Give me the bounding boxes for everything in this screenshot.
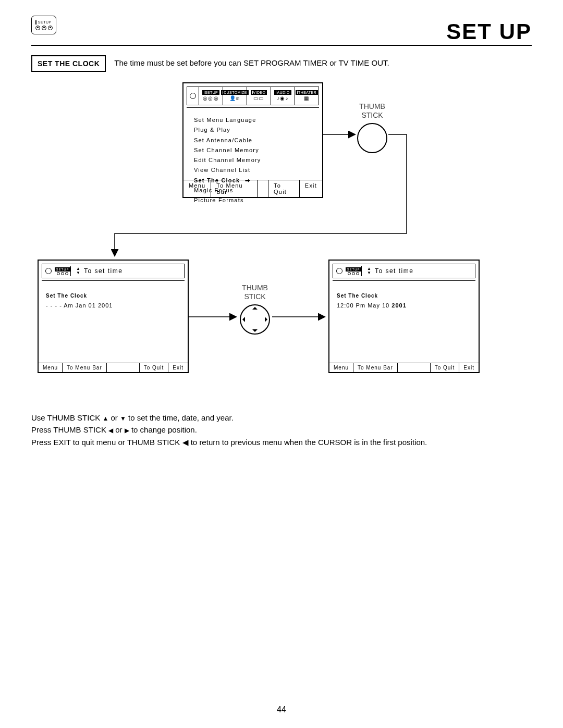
diagram-stage: SETUP ◎◎◎ CUSTOMIZE 👤⎚ VIDEO ▭▭ AUDIO ♪◉…: [31, 82, 532, 405]
clock-left-header: SETUP ▲▼ To set time: [42, 264, 185, 278]
clock-left-body: Set The Clock - - - - Am Jan 01 2001: [39, 281, 188, 311]
thumb-stick-dial-4way-icon: [240, 304, 270, 335]
menu-disk-icon: [187, 87, 199, 105]
osd-menu-bar: SETUP ◎◎◎ CUSTOMIZE 👤⎚ VIDEO ▭▭ AUDIO ♪◉…: [187, 87, 319, 105]
triangle-down-icon: ▼: [120, 415, 126, 422]
thumb-stick-dial-icon: [357, 123, 387, 153]
osd-item: Edit Channel Memory: [194, 155, 317, 165]
disk-icon: [45, 268, 52, 274]
triangle-up-icon: ▲: [102, 415, 108, 422]
osd-item: Set Menu Language: [194, 115, 317, 125]
clock-right-footer: Menu To Menu Bar To Quit Exit: [329, 363, 479, 372]
menu-tab-video: VIDEO ▭▭: [247, 87, 271, 105]
foot-menubar: To Menu Bar: [211, 180, 258, 197]
foot-quit: To Quit: [268, 180, 300, 197]
osd-item: Set Antenna/Cable: [194, 135, 317, 145]
page-number: 44: [0, 705, 563, 714]
menu-tab-theater: THEATER ▦: [295, 87, 319, 105]
thumb-stick-2: THUMB STICK: [240, 283, 270, 335]
setup-chip-small: SETUP: [346, 266, 362, 276]
clock-right-hdr-text: To set time: [375, 267, 414, 275]
intro-row: SET THE CLOCK The time must be set befor…: [31, 55, 532, 72]
clock-right-body: Set The Clock 12:00 Pm May 10 2001: [329, 281, 479, 311]
clock-right-header: SETUP ▲▼ To set time: [333, 264, 475, 278]
setup-chip-small: SETUP: [55, 266, 71, 276]
triangle-left-icon: ◀: [108, 427, 113, 434]
intro-text: The time must be set before you can SET …: [114, 55, 389, 67]
clock-right-value: 12:00 Pm May 10 2001: [337, 301, 479, 311]
thumb-stick-1: THUMB STICK: [357, 102, 387, 153]
disk-icon: [336, 268, 342, 274]
updown-arrows-icon: ▲▼: [367, 267, 372, 275]
clock-left-hdr-text: To set time: [84, 267, 123, 275]
setup-chip-label: SETUP: [38, 20, 52, 24]
main-osd: SETUP ◎◎◎ CUSTOMIZE 👤⎚ VIDEO ▭▭ AUDIO ♪◉…: [182, 82, 323, 198]
thumb-stick-label: THUMB STICK: [357, 102, 387, 120]
clock-left-value: - - - - Am Jan 01 2001: [46, 301, 188, 311]
clock-osd-left: SETUP ▲▼ To set time Set The Clock - - -…: [38, 260, 189, 373]
triangle-right-icon: ▶: [125, 427, 129, 434]
setup-chip-icon: SETUP: [31, 16, 56, 34]
clock-left-title: Set The Clock: [46, 291, 188, 301]
updown-arrows-icon: ▲▼: [76, 267, 81, 275]
osd-item: View Channel List: [194, 165, 317, 175]
menu-tab-customize: CUSTOMIZE 👤⎚: [223, 87, 247, 105]
foot-exit: Exit: [300, 180, 322, 197]
clock-osd-right: SETUP ▲▼ To set time Set The Clock 12:00…: [328, 260, 480, 373]
page-title: SET UP: [31, 21, 532, 43]
instructions: Use THUMB STICK ▲ or ▼ to set the time, …: [31, 412, 532, 448]
thumb-stick-label: THUMB STICK: [240, 283, 270, 301]
clock-right-title: Set The Clock: [337, 291, 479, 301]
intro-box: SET THE CLOCK: [31, 55, 106, 72]
foot-menu: Menu: [183, 180, 211, 197]
osd-item: Plug & Play: [194, 125, 317, 135]
menu-tab-audio: AUDIO ♪◉♪: [271, 87, 295, 105]
title-rule: [31, 45, 532, 46]
menu-tab-setup: SETUP ◎◎◎: [199, 87, 223, 105]
osd-footer: Menu To Menu Bar To Quit Exit: [183, 180, 322, 197]
osd-item: Set Channel Memory: [194, 145, 317, 155]
clock-left-footer: Menu To Menu Bar To Quit Exit: [39, 363, 188, 372]
